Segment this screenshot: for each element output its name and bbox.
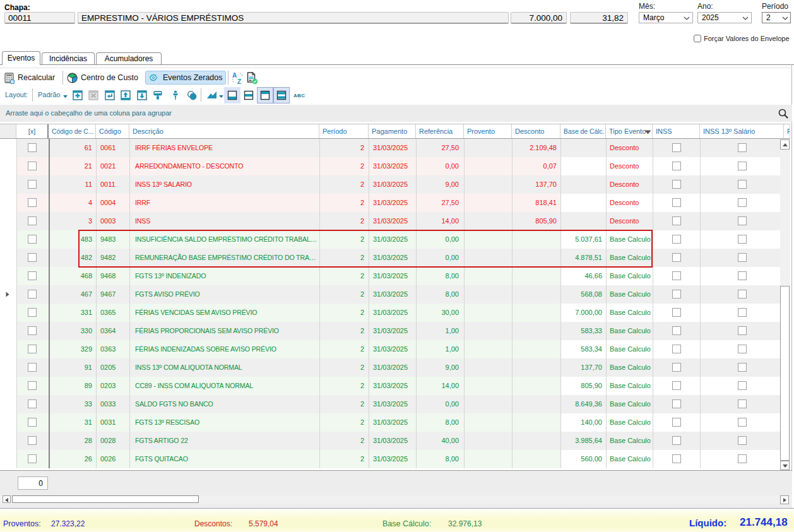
svg-text:Z: Z bbox=[237, 78, 241, 85]
svg-text:A: A bbox=[232, 72, 237, 79]
